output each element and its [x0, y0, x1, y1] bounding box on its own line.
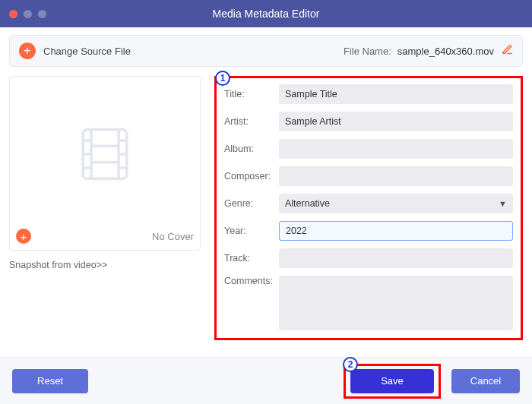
snapshot-from-video-link[interactable]: Snapshot from video>>	[9, 260, 107, 270]
composer-field[interactable]	[279, 166, 513, 186]
artist-label: Artist:	[224, 116, 279, 127]
window-controls	[9, 10, 46, 18]
year-field[interactable]	[279, 221, 513, 241]
save-button[interactable]: Save	[350, 369, 434, 393]
cover-bottom-row: + No Cover	[16, 226, 194, 244]
save-button-highlight: 2 Save	[344, 364, 441, 399]
window-title: Media Metadata Editor	[0, 8, 532, 20]
track-label: Track:	[224, 253, 279, 264]
year-label: Year:	[224, 226, 279, 236]
edit-filename-icon[interactable]	[502, 44, 513, 58]
cover-placeholder	[16, 83, 194, 226]
maximize-window-button[interactable]	[38, 10, 46, 18]
title-field[interactable]	[279, 84, 513, 104]
minimize-window-button[interactable]	[24, 10, 32, 18]
change-source-plus-button[interactable]: +	[19, 43, 36, 59]
comments-label: Comments:	[224, 276, 279, 286]
form-column: 1 Title: Artist: Album: Composer:	[214, 76, 523, 357]
genre-label: Genre:	[224, 198, 279, 209]
titlebar: Media Metadata Editor	[0, 0, 532, 27]
cover-column: + No Cover Snapshot from video>>	[9, 76, 214, 357]
cover-box: + No Cover	[9, 76, 201, 251]
film-icon	[71, 120, 139, 188]
album-field[interactable]	[279, 139, 513, 159]
reset-button[interactable]: Reset	[12, 369, 88, 393]
body: + No Cover Snapshot from video>> 1 Title…	[0, 71, 532, 357]
title-label: Title:	[224, 89, 279, 99]
topbar: + Change Source File File Name: sample_6…	[9, 35, 523, 67]
no-cover-label: No Cover	[152, 231, 194, 242]
composer-label: Composer:	[224, 171, 279, 181]
file-name-label: File Name:	[344, 46, 391, 57]
comments-field[interactable]	[279, 276, 513, 330]
change-source-label[interactable]: Change Source File	[43, 46, 131, 57]
track-field[interactable]	[279, 248, 513, 268]
editor-window: Media Metadata Editor + Change Source Fi…	[0, 0, 532, 404]
genre-select[interactable]	[279, 194, 513, 213]
cancel-button[interactable]: Cancel	[451, 369, 520, 393]
file-name-value: sample_640x360.mov	[397, 46, 494, 57]
callout-2: 2	[343, 357, 358, 372]
callout-1: 1	[215, 71, 230, 86]
metadata-form-highlight: 1 Title: Artist: Album: Composer:	[214, 76, 523, 340]
add-cover-button[interactable]: +	[16, 229, 31, 244]
artist-field[interactable]	[279, 112, 513, 131]
album-label: Album:	[224, 144, 279, 154]
plus-icon: +	[24, 44, 30, 58]
footer: Reset 2 Save Cancel	[0, 357, 532, 404]
plus-icon: +	[21, 230, 27, 243]
close-window-button[interactable]	[9, 10, 17, 18]
